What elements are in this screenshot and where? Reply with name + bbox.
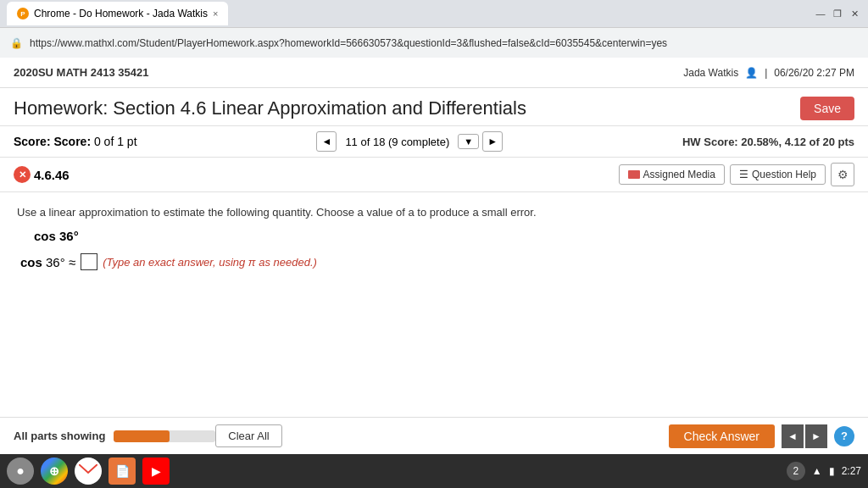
nav-position-label: 11 of 18 (9 complete)	[340, 136, 454, 148]
user-name: Jada Watkis	[683, 67, 738, 79]
browser-tab[interactable]: P Chrome - Do Homework - Jada Watkis ×	[7, 2, 228, 25]
minimize-button[interactable]: —	[814, 7, 827, 20]
prev-question-button[interactable]: ◄	[316, 131, 337, 152]
course-label: 2020SU MATH 2413 35421	[14, 66, 148, 79]
score-label: Score:	[14, 135, 51, 148]
question-number: 4.6.46	[34, 168, 70, 182]
question-number-badge: ✕ 4.6.46	[14, 166, 70, 183]
address-text[interactable]: https://www.mathxl.com/Student/PlayerHom…	[30, 37, 858, 49]
answer-row: cos 36° ≈ (Type an exact answer, using π…	[20, 253, 851, 270]
score-nav-bar: Score: Score: 0 of 1 pt ◄ 11 of 18 (9 co…	[0, 126, 868, 158]
user-icon: 👤	[745, 67, 758, 79]
browser-window-controls: — ❐ ✕	[814, 7, 861, 20]
address-bar: 🔒 https://www.mathxl.com/Student/PlayerH…	[0, 27, 868, 58]
assigned-media-label: Assigned Media	[643, 169, 715, 180]
gear-icon: ⚙	[837, 168, 849, 181]
tab-favicon-icon: P	[17, 8, 29, 19]
nav-dropdown-button[interactable]: ▼	[458, 134, 479, 149]
hw-score-section: HW Score: 20.58%, 4.12 of 20 pts	[682, 136, 854, 148]
question-navigation: ◄ 11 of 18 (9 complete) ▼ ►	[316, 131, 503, 152]
answer-prefix: cos 36° ≈	[20, 255, 75, 269]
math-expression: cos 36°	[34, 229, 851, 243]
lock-icon: 🔒	[10, 37, 23, 49]
next-question-button[interactable]: ►	[482, 131, 503, 152]
question-actions: Assigned Media ☰ Question Help ⚙	[619, 163, 854, 186]
question-instruction: Use a linear approximation to estimate t…	[17, 206, 851, 219]
score-section: Score: Score: 0 of 1 pt	[14, 135, 137, 148]
assigned-media-button[interactable]: Assigned Media	[619, 164, 725, 185]
app-topbar: 2020SU MATH 2413 35421 Jada Watkis 👤 | 0…	[0, 58, 868, 88]
list-icon: ☰	[739, 169, 748, 180]
save-button[interactable]: Save	[800, 97, 854, 120]
datetime: 06/26/20 2:27 PM	[774, 67, 854, 79]
settings-gear-button[interactable]: ⚙	[831, 163, 854, 186]
tab-close-icon[interactable]: ×	[213, 8, 218, 19]
close-button[interactable]: ✕	[848, 7, 861, 20]
score-value: Score: 0 of 1 pt	[53, 135, 136, 148]
hint-text: (Type an exact answer, using π as needed…	[103, 256, 317, 269]
incorrect-icon: ✕	[14, 166, 31, 183]
media-icon	[628, 170, 640, 179]
user-info: Jada Watkis 👤 | 06/26/20 2:27 PM	[683, 67, 854, 79]
question-help-button[interactable]: ☰ Question Help	[730, 164, 826, 185]
separator: |	[765, 67, 767, 79]
maximize-button[interactable]: ❐	[831, 7, 844, 20]
tab-title: Chrome - Do Homework - Jada Watkis	[34, 8, 208, 19]
answer-input-box[interactable]	[81, 253, 97, 270]
homework-title-bar: Homework: Section 4.6 Linear Approximati…	[0, 88, 868, 126]
browser-titlebar: P Chrome - Do Homework - Jada Watkis × —…	[0, 0, 868, 27]
question-content: Use a linear approximation to estimate t…	[0, 192, 868, 284]
question-header: ✕ 4.6.46 Assigned Media ☰ Question Help …	[0, 158, 868, 192]
homework-title: Homework: Section 4.6 Linear Approximati…	[14, 97, 526, 119]
question-help-label: Question Help	[752, 169, 816, 180]
